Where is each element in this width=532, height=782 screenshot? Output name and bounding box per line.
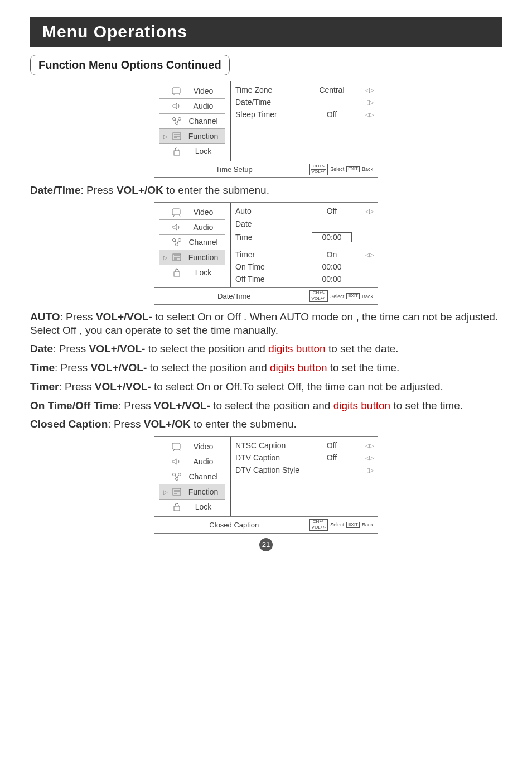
- lr-arrows-icon: ◁▷: [359, 208, 373, 215]
- caret-right-icon: ▷: [163, 133, 168, 140]
- row-value: 00:00: [305, 232, 359, 242]
- osd-row[interactable]: Date: [235, 217, 373, 231]
- exit-hint-icon: EXIT: [346, 166, 360, 172]
- menu-label: Channel: [186, 238, 221, 247]
- svg-point-14: [178, 473, 181, 476]
- svg-point-7: [173, 239, 176, 242]
- osd-row[interactable]: Off Time 00:00: [235, 273, 373, 285]
- menu-item-channel[interactable]: Channel: [159, 235, 225, 250]
- lock-icon: [171, 267, 182, 277]
- caret-right-icon: ▷: [163, 255, 168, 261]
- row-label: Sleep Timer: [235, 110, 305, 119]
- function-icon: [171, 487, 182, 497]
- chvol-hint-icon: CH+/-VOL+/-: [309, 519, 328, 531]
- row-label: DTV Caption Style: [235, 466, 305, 474]
- menu-item-function[interactable]: ▷ Function: [159, 250, 225, 265]
- osd-time-setup: Video Audio Channel ▷: [154, 81, 378, 178]
- menu-item-audio[interactable]: Audio: [159, 220, 225, 235]
- exit-hint-icon: EXIT: [346, 522, 360, 528]
- osd-row[interactable]: Time Zone Central ◁▷: [235, 84, 373, 96]
- row-label: Date/Time: [235, 98, 305, 107]
- osd-row[interactable]: Date/Time ▯▷: [235, 96, 373, 108]
- row-value: [305, 219, 359, 229]
- osd-footer-title: Date/Time: [159, 292, 309, 300]
- select-hint: Select: [330, 522, 344, 527]
- osd-content: Time Zone Central ◁▷ Date/Time ▯▷ Sleep …: [231, 81, 378, 161]
- osd-menu-list: Video Audio Channel ▷ Function: [154, 437, 231, 516]
- menu-item-lock[interactable]: Lock: [159, 144, 225, 159]
- menu-label: Audio: [186, 457, 221, 466]
- osd-row[interactable]: Time 00:00: [235, 231, 373, 244]
- menu-label: Function: [186, 132, 221, 141]
- row-value: 00:00: [305, 275, 359, 284]
- svg-rect-0: [172, 88, 180, 94]
- footer-hints: CH+/-VOL+/- Select EXIT Back: [309, 164, 373, 175]
- menu-item-lock[interactable]: Lock: [159, 265, 225, 280]
- back-hint: Back: [362, 522, 373, 527]
- osd-row[interactable]: DTV Caption Style ▯▷: [235, 464, 373, 476]
- osd-content: NTSC Caption Off ◁▷ DTV Caption Off ◁▷ D…: [231, 437, 378, 516]
- row-label: Auto: [235, 207, 305, 215]
- channel-icon: [171, 116, 182, 126]
- channel-icon: [171, 237, 182, 247]
- menu-item-function[interactable]: ▷ Function: [159, 129, 225, 144]
- menu-label: Audio: [186, 102, 221, 111]
- osd-row[interactable]: Timer On ◁▷: [235, 248, 373, 261]
- caret-right-icon: ▷: [163, 489, 168, 495]
- menu-item-video[interactable]: Video: [159, 439, 225, 454]
- lock-icon: [171, 146, 182, 156]
- menu-item-video[interactable]: Video: [159, 84, 225, 99]
- menu-item-audio[interactable]: Audio: [159, 99, 225, 114]
- function-icon: [171, 252, 182, 262]
- menu-label: Lock: [186, 147, 221, 156]
- back-hint: Back: [362, 166, 373, 172]
- svg-rect-11: [174, 272, 180, 276]
- row-value: Off: [305, 453, 359, 462]
- osd-row[interactable]: Sleep Timer Off ◁▷: [235, 108, 373, 121]
- menu-item-function[interactable]: ▷ Function: [159, 484, 225, 500]
- row-value: On: [305, 250, 359, 259]
- video-icon: [171, 207, 182, 217]
- menu-label: Audio: [186, 223, 221, 232]
- osd-row[interactable]: Auto Off ◁▷: [235, 205, 373, 217]
- osd-menu-list: Video Audio Channel ▷ Function: [154, 203, 231, 287]
- osd-menu-list: Video Audio Channel ▷: [154, 81, 231, 161]
- menu-item-video[interactable]: Video: [159, 205, 225, 220]
- svg-point-15: [176, 478, 178, 481]
- row-label: On Time: [235, 262, 305, 271]
- select-hint: Select: [330, 166, 344, 172]
- osd-row[interactable]: On Time 00:00: [235, 261, 373, 273]
- lr-arrows-icon: ◁▷: [359, 454, 373, 462]
- lr-arrows-icon: ◁▷: [359, 111, 373, 118]
- menu-item-channel[interactable]: Channel: [159, 114, 225, 129]
- osd-row[interactable]: DTV Caption Off ◁▷: [235, 452, 373, 464]
- row-label: NTSC Caption: [235, 441, 305, 450]
- osd-row[interactable]: NTSC Caption Off ◁▷: [235, 439, 373, 452]
- osd-footer: Time Setup CH+/-VOL+/- Select EXIT Back: [154, 161, 378, 177]
- row-label: Off Time: [235, 275, 305, 284]
- row-label: Time Zone: [235, 85, 305, 94]
- enter-arrow-icon: ▯▷: [359, 467, 373, 474]
- paragraph-datetime: Date/Time: Press VOL+/OK to enter the su…: [30, 184, 502, 197]
- menu-item-audio[interactable]: Audio: [159, 454, 225, 469]
- page-title: Menu Operations: [30, 17, 502, 47]
- menu-label: Function: [186, 487, 221, 496]
- menu-label: Channel: [186, 472, 221, 481]
- osd-content: Auto Off ◁▷ Date Time 00:00 Timer: [231, 203, 378, 287]
- chvol-hint-icon: CH+/-VOL+/-: [309, 164, 328, 175]
- paragraph-timer: Timer: Press VOL+/VOL- to select On or O…: [30, 380, 502, 394]
- menu-item-lock[interactable]: Lock: [159, 500, 225, 514]
- video-icon: [171, 86, 182, 96]
- menu-item-channel[interactable]: Channel: [159, 469, 225, 484]
- back-hint: Back: [362, 294, 373, 299]
- page-number: 21: [30, 538, 502, 551]
- lr-arrows-icon: ◁▷: [359, 251, 373, 258]
- lr-arrows-icon: ◁▷: [359, 442, 373, 449]
- svg-rect-5: [174, 151, 180, 155]
- svg-rect-6: [172, 209, 180, 215]
- exit-hint-icon: EXIT: [346, 293, 360, 299]
- osd-footer: Closed Caption CH+/-VOL+/- Select EXIT B…: [154, 516, 378, 533]
- chvol-hint-icon: CH+/-VOL+/-: [309, 290, 328, 302]
- lock-icon: [171, 502, 182, 512]
- menu-label: Channel: [186, 117, 221, 126]
